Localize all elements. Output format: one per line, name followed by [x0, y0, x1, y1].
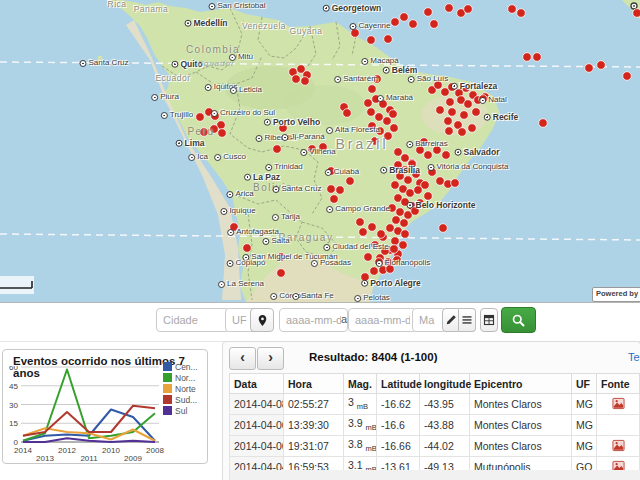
epicenter-dot[interactable] [404, 176, 413, 185]
epicenter-dot[interactable] [401, 154, 410, 163]
epicenter-dot[interactable] [301, 77, 310, 86]
epicenter-dot[interactable] [412, 170, 421, 179]
epicenter-dot[interactable] [399, 241, 408, 250]
epicenter-dot[interactable] [389, 110, 398, 119]
epicenter-dot[interactable] [390, 245, 399, 254]
epicenter-dot[interactable] [393, 256, 402, 265]
pager-next-button[interactable]: › [257, 347, 284, 370]
epicenter-dot[interactable] [377, 230, 386, 239]
search-button[interactable] [501, 307, 536, 333]
epicenter-dot[interactable] [368, 223, 377, 232]
epicenter-dot[interactable] [277, 253, 286, 262]
table-view-button[interactable] [480, 308, 498, 332]
epicenter-dot[interactable] [479, 95, 488, 104]
epicenter-dot[interactable] [390, 124, 399, 133]
results-top-link[interactable]: Te [628, 351, 640, 363]
epicenter-dot[interactable] [436, 106, 445, 115]
epicenter-dot[interactable] [597, 61, 606, 70]
epicenter-dot[interactable] [292, 75, 301, 84]
epicenter-dot[interactable] [351, 29, 360, 38]
date-from-input[interactable] [279, 308, 348, 332]
map[interactable]: RicaPanamaSan CristobalGeorgetownMedellí… [0, 0, 640, 303]
epicenter-dot[interactable] [388, 204, 397, 213]
epicenter-dot[interactable] [451, 179, 460, 188]
epicenter-dot[interactable] [446, 98, 455, 107]
epicenter-dot[interactable] [424, 151, 433, 160]
epicenter-dot[interactable] [367, 36, 376, 45]
epicenter-dot[interactable] [448, 108, 457, 117]
epicenter-dot[interactable] [356, 218, 365, 227]
epicenter-dot[interactable] [370, 267, 379, 276]
epicenter-dot[interactable] [210, 125, 219, 134]
epicenter-dot[interactable] [424, 8, 433, 17]
epicenter-dot[interactable] [523, 53, 532, 62]
epicenter-dot[interactable] [384, 35, 393, 44]
epicenter-dot[interactable] [383, 117, 392, 126]
col-header-epicentro[interactable]: Epicentro [470, 374, 572, 394]
epicenter-dot[interactable] [539, 119, 548, 128]
epicenter-dot[interactable] [633, 9, 640, 18]
epicenter-dot[interactable] [327, 185, 336, 194]
epicenter-dot[interactable] [391, 181, 400, 190]
epicenter-dot[interactable] [364, 99, 373, 108]
epicenter-dot[interactable] [386, 224, 395, 233]
epicenter-dot[interactable] [371, 241, 380, 250]
epicenter-dot[interactable] [460, 111, 469, 120]
seismogram-source-icon[interactable] [612, 439, 625, 452]
epicenter-dot[interactable] [367, 108, 376, 117]
epicenter-dot[interactable] [230, 223, 239, 232]
epicenter-dot[interactable] [373, 75, 382, 84]
epicenter-dot[interactable] [434, 81, 443, 90]
epicenter-dot[interactable] [472, 108, 481, 117]
epicenter-dot[interactable] [421, 181, 430, 190]
epicenter-dot[interactable] [396, 208, 405, 217]
epicenter-dot[interactable] [368, 122, 377, 131]
epicenter-dot[interactable] [308, 145, 317, 154]
epicenter-dot[interactable] [408, 160, 417, 169]
locate-button[interactable] [250, 308, 274, 332]
table-row[interactable]: 2014-04-0613:39:303.9 mB-16.6-43.88Monte… [230, 415, 640, 436]
date-to-input[interactable] [348, 308, 417, 332]
epicenter-dot[interactable] [468, 124, 477, 133]
table-row[interactable]: 2014-04-0619:31:073.8 mB-16.66-44.02Mont… [230, 436, 640, 457]
epicenter-dot[interactable] [371, 137, 380, 146]
epicenter-dot[interactable] [416, 199, 425, 208]
epicenter-dot[interactable] [424, 192, 433, 201]
epicenter-dot[interactable] [376, 127, 385, 136]
epicenter-dot[interactable] [439, 224, 448, 233]
epicenter-dot[interactable] [406, 189, 415, 198]
pager-prev-button[interactable]: ‹ [229, 347, 256, 370]
epicenter-dot[interactable] [444, 117, 453, 126]
col-header-longitude[interactable]: longitude [420, 374, 470, 394]
epicenter-dot[interactable] [430, 20, 439, 29]
epicenter-dot[interactable] [400, 13, 409, 22]
epicenter-dot[interactable] [379, 100, 388, 109]
epicenter-dot[interactable] [381, 247, 390, 256]
epicenter-dot[interactable] [458, 128, 467, 137]
epicenter-dot[interactable] [508, 5, 517, 14]
table-row[interactable]: 2014-04-0802:55:273 mB-16.62-43.95Montes… [230, 394, 640, 415]
epicenter-dot[interactable] [277, 269, 286, 278]
epicenter-dot[interactable] [416, 146, 425, 155]
epicenter-dot[interactable] [464, 100, 473, 109]
col-header-mag[interactable]: Mag. [344, 374, 377, 394]
epicenter-dot[interactable] [623, 72, 632, 81]
epicenter-dot[interactable] [336, 186, 345, 195]
epicenter-dot[interactable] [442, 151, 451, 160]
map-attribution[interactable]: Powered by Le [592, 287, 640, 302]
col-header-uf[interactable]: UF [572, 374, 597, 394]
epicenter-dot[interactable] [343, 109, 352, 118]
draw-tool-button[interactable] [442, 308, 459, 332]
epicenter-dot[interactable] [433, 146, 442, 155]
epicenter-dot[interactable] [243, 244, 252, 253]
epicenter-dot[interactable] [391, 237, 400, 246]
epicenter-dot[interactable] [394, 148, 403, 157]
epicenter-dot[interactable] [411, 207, 420, 216]
list-view-button[interactable] [459, 308, 476, 332]
epicenter-dot[interactable] [279, 124, 288, 133]
epicenter-dot[interactable] [346, 177, 355, 186]
city-input[interactable] [156, 308, 230, 332]
epicenter-dot[interactable] [364, 253, 373, 262]
col-header-fonte[interactable]: Fonte [597, 374, 640, 394]
epicenter-dot[interactable] [464, 5, 473, 14]
